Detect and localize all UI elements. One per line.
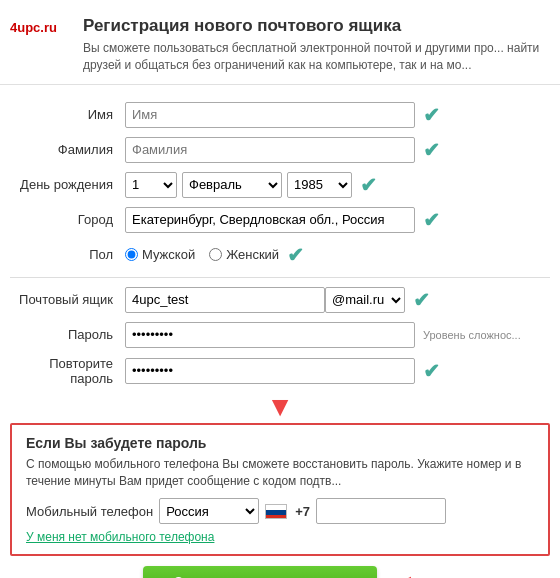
gender-options: Мужской Женский — [125, 247, 279, 262]
gender-female-text: Женский — [226, 247, 279, 262]
russia-flag-icon — [265, 503, 289, 519]
phone-input[interactable] — [316, 498, 446, 524]
gender-female-radio[interactable] — [209, 248, 222, 261]
repeat-password-control-wrap: ✔ — [125, 358, 550, 384]
city-checkmark: ✔ — [423, 208, 440, 232]
email-domain-select[interactable]: @mail.ru @inbox.ru @list.ru @bk.ru — [325, 287, 405, 313]
birthdate-checkmark: ✔ — [360, 173, 377, 197]
at-domain-wrap: @mail.ru @inbox.ru @list.ru @bk.ru — [325, 287, 405, 313]
email-label: Почтовый ящик — [10, 292, 125, 307]
recovery-phone-row: Мобильный телефон Россия США Украина +7 — [26, 498, 534, 524]
city-row: Город ✔ — [10, 206, 550, 234]
phone-label: Мобильный телефон — [26, 504, 153, 519]
email-control-wrap: @mail.ru @inbox.ru @list.ru @bk.ru ✔ — [125, 287, 550, 313]
header-bar: 4upc.ru Регистрация нового почтового ящи… — [0, 10, 560, 85]
email-input[interactable] — [125, 287, 325, 313]
register-button-wrap: Зарегистрироваться ◄ — [0, 566, 560, 578]
header-right: Регистрация нового почтового ящика Вы см… — [83, 16, 550, 74]
city-control-wrap: ✔ — [125, 207, 550, 233]
city-input[interactable] — [125, 207, 415, 233]
email-checkmark: ✔ — [413, 288, 430, 312]
gender-label: Пол — [10, 247, 125, 262]
recovery-description: С помощью мобильного телефона Вы сможете… — [26, 456, 534, 491]
password-control-wrap: Уровень сложнос... — [125, 322, 550, 348]
password-row: Пароль Уровень сложнос... — [10, 321, 550, 349]
birthdate-selects: 12345 678910 1112131415 1617181920 21222… — [125, 172, 352, 198]
gender-male-text: Мужской — [142, 247, 195, 262]
surname-control-wrap: ✔ — [125, 137, 550, 163]
name-checkmark: ✔ — [423, 103, 440, 127]
password-label: Пароль — [10, 327, 125, 342]
password-strength: Уровень сложнос... — [423, 329, 521, 341]
name-label: Имя — [10, 107, 125, 122]
repeat-password-input[interactable] — [125, 358, 415, 384]
logo-link[interactable]: 4upc.ru — [10, 20, 65, 35]
name-control-wrap: ✔ — [125, 102, 550, 128]
birthdate-year-select[interactable]: 1985198419831982 199019952000 — [287, 172, 352, 198]
birthdate-row: День рождения 12345 678910 1112131415 16… — [10, 171, 550, 199]
gender-control-wrap: Мужской Женский ✔ — [125, 243, 550, 267]
name-input[interactable] — [125, 102, 415, 128]
gender-male-label[interactable]: Мужской — [125, 247, 195, 262]
surname-input[interactable] — [125, 137, 415, 163]
country-select[interactable]: Россия США Украина — [159, 498, 259, 524]
recovery-title: Если Вы забудете пароль — [26, 435, 534, 451]
page-wrapper: 4upc.ru Регистрация нового почтового ящи… — [0, 0, 560, 578]
birthdate-month-select[interactable]: ЯнварьФевральМарт АпрельМайИюнь ИюльАвгу… — [182, 172, 282, 198]
surname-checkmark: ✔ — [423, 138, 440, 162]
name-row: Имя ✔ — [10, 101, 550, 129]
register-button[interactable]: Зарегистрироваться — [143, 566, 376, 578]
gender-row: Пол Мужской Женский ✔ — [10, 241, 550, 269]
form-divider-1 — [10, 277, 550, 278]
repeat-password-row: Повторите пароль ✔ — [10, 356, 550, 386]
email-row: Почтовый ящик @mail.ru @inbox.ru @list.r… — [10, 286, 550, 314]
phone-code: +7 — [295, 504, 310, 519]
birthdate-control-wrap: 12345 678910 1112131415 1617181920 21222… — [125, 172, 550, 198]
gender-female-label[interactable]: Женский — [209, 247, 279, 262]
repeat-password-label: Повторите пароль — [10, 356, 125, 386]
registration-form: Имя ✔ Фамилия ✔ День рождения 12345 6789… — [0, 95, 560, 421]
arrow-right-icon: ◄ — [389, 570, 417, 578]
repeat-password-checkmark: ✔ — [423, 359, 440, 383]
gender-checkmark: ✔ — [287, 243, 304, 267]
no-phone-link[interactable]: У меня нет мобильного телефона — [26, 530, 534, 544]
gender-male-radio[interactable] — [125, 248, 138, 261]
password-input[interactable] — [125, 322, 415, 348]
surname-row: Фамилия ✔ — [10, 136, 550, 164]
recovery-box: Если Вы забудете пароль С помощью мобиль… — [10, 423, 550, 557]
arrow-down-icon: ▼ — [266, 393, 294, 421]
page-title: Регистрация нового почтового ящика — [83, 16, 550, 36]
birthdate-label: День рождения — [10, 177, 125, 192]
arrow-down-section: ▼ — [10, 393, 550, 421]
surname-label: Фамилия — [10, 142, 125, 157]
page-description: Вы сможете пользоваться бесплатной элект… — [83, 40, 550, 74]
city-label: Город — [10, 212, 125, 227]
birthdate-day-select[interactable]: 12345 678910 1112131415 1617181920 21222… — [125, 172, 177, 198]
